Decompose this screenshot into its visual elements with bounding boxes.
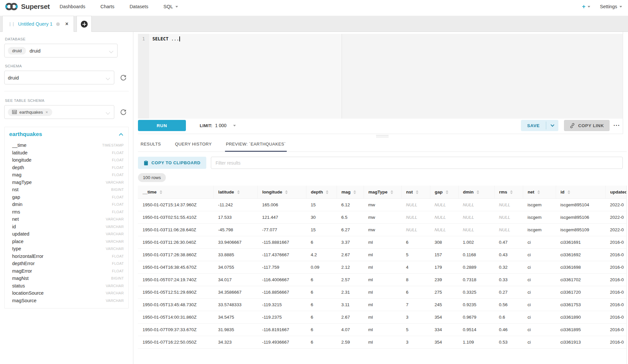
sort-icon[interactable]	[326, 190, 328, 194]
sort-icon[interactable]	[353, 190, 356, 194]
superset-logo[interactable]: Superset	[5, 2, 50, 11]
column-type: VARCHAR	[106, 217, 124, 221]
column-name: dmin	[12, 202, 22, 207]
column-header[interactable]: latitude	[213, 186, 258, 199]
run-button[interactable]: RUN	[138, 120, 186, 131]
sort-icon[interactable]	[510, 190, 513, 194]
table-cell: 179	[430, 261, 458, 274]
column-header-label: __time	[143, 190, 157, 194]
table-cell: 6.5	[337, 211, 364, 224]
column-header[interactable]: updated	[605, 186, 627, 199]
column-header[interactable]: longitude	[258, 186, 306, 199]
refresh-schemas-button[interactable]	[118, 72, 129, 83]
sort-icon[interactable]	[160, 190, 162, 194]
sql-editor[interactable]: 1 SELECT ...	[138, 34, 623, 119]
chevron-down-icon	[106, 110, 110, 115]
collapse-chevron-icon[interactable]	[119, 133, 123, 137]
nav-charts[interactable]: Charts	[101, 4, 115, 9]
table-cell: ci3361913	[556, 336, 605, 349]
database-select[interactable]: druid druid	[4, 44, 118, 57]
table-cell: -119.4936667	[258, 336, 306, 349]
table-cell: 0.7318	[458, 274, 494, 286]
column-header[interactable]: dmin	[458, 186, 494, 199]
column-header[interactable]: nst	[401, 186, 430, 199]
table-cell: 7	[401, 299, 430, 311]
more-options-button[interactable]: ...	[614, 123, 620, 128]
add-query-tab[interactable]	[77, 16, 92, 32]
table-cell: 275	[430, 286, 458, 299]
table-cell: ml	[364, 236, 401, 249]
settings-menu[interactable]: Settings	[600, 4, 622, 9]
save-button[interactable]: SAVE	[521, 120, 546, 131]
column-header[interactable]: __time	[138, 186, 213, 199]
table-cell: 0.9514	[458, 324, 494, 336]
column-header[interactable]: net	[523, 186, 556, 199]
table-cell: mw	[364, 211, 401, 224]
sidebar-divider	[4, 91, 129, 91]
drag-handle-icon[interactable]: ⋮⋮	[8, 22, 14, 27]
close-tab-icon[interactable]: ×	[65, 21, 68, 27]
table-cell: 6	[306, 311, 337, 324]
copy-to-clipboard-button[interactable]: COPY TO CLIPBOARD	[138, 157, 206, 169]
nav-datasets[interactable]: Datasets	[129, 4, 148, 9]
table-row: 1950-01-05T07:24:19.740Z34.017-116.40066…	[138, 274, 627, 286]
column-header[interactable]: mag	[337, 186, 364, 199]
nav-dashboards[interactable]: Dashboards	[59, 4, 85, 9]
table-select[interactable]: earthquakes ×	[4, 105, 114, 119]
pane-resize-handle[interactable]	[138, 134, 627, 138]
table-cell: 0.3325	[458, 286, 494, 299]
sort-icon[interactable]	[285, 190, 288, 194]
table-cell: 3.11	[337, 299, 364, 311]
filter-results-input[interactable]	[211, 157, 623, 169]
sort-icon[interactable]	[537, 190, 540, 194]
table-cell: ci	[523, 261, 556, 274]
table-cell: -45.798	[213, 224, 258, 236]
column-list: __timeTIMESTAMPlatitudeFLOATlongitudeFLO…	[9, 142, 124, 304]
column-header[interactable]: depth	[306, 186, 337, 199]
column-header[interactable]: id	[556, 186, 605, 199]
table-schema-header[interactable]: earthquakes	[9, 131, 124, 138]
column-type: VARCHAR	[106, 291, 124, 295]
chevron-down-icon	[550, 123, 554, 126]
sort-icon[interactable]	[446, 190, 448, 194]
save-options-button[interactable]	[546, 120, 558, 131]
column-header[interactable]: rms	[494, 186, 523, 199]
table-cell: 0.56	[494, 299, 523, 311]
table-cell: 1950-01-05T12:51:29.690Z	[138, 286, 213, 299]
tab-preview-earthquakes[interactable]: PREVIEW: `EARTHQUAKES`	[225, 138, 287, 152]
tab-query-history[interactable]: QUERY HISTORY	[174, 138, 213, 152]
refresh-icon	[120, 109, 127, 116]
column-header[interactable]: gap	[430, 186, 458, 199]
query-tab-active[interactable]: ⋮⋮ Untitled Query 1 ×	[2, 16, 74, 32]
column-header[interactable]: magType	[364, 186, 401, 199]
table-cell: 6	[306, 299, 337, 311]
editor-code-line[interactable]: SELECT ...	[149, 34, 180, 119]
nav-sql-menu[interactable]: SQL	[164, 4, 178, 9]
table-cell: 1950-01-03T17:26:38.860Z	[138, 249, 213, 261]
table-cell: 308	[430, 236, 458, 249]
table-cell: iscgem	[523, 224, 556, 236]
sort-icon[interactable]	[391, 190, 393, 194]
sort-icon[interactable]	[568, 190, 570, 194]
column-name: gap	[12, 194, 20, 200]
new-item-button[interactable]: +	[582, 3, 590, 10]
limit-dropdown[interactable]: LIMIT: 1 000	[200, 123, 236, 128]
table-cell: 2022-0	[605, 211, 627, 224]
sort-icon[interactable]	[477, 190, 479, 194]
table-cell: 1950-01-03T11:26:30.040Z	[138, 236, 213, 249]
column-header-label: latitude	[218, 190, 234, 194]
refresh-tables-button[interactable]	[118, 106, 129, 118]
add-tab-icon[interactable]	[81, 21, 88, 28]
schema-select[interactable]: druid	[4, 71, 114, 84]
table-cell: -119.3215	[258, 299, 306, 311]
sort-icon[interactable]	[237, 190, 240, 194]
table-cell: -119.2375	[258, 311, 306, 324]
table-cell: iscgem895109	[556, 224, 605, 236]
remove-table-icon[interactable]: ×	[46, 110, 48, 115]
table-cell: 30	[306, 211, 337, 224]
copy-link-button[interactable]: COPY LINK	[564, 120, 610, 131]
tab-results[interactable]: RESULTS	[140, 138, 162, 152]
sort-icon[interactable]	[416, 190, 418, 194]
save-split-button: SAVE	[521, 120, 558, 131]
column-header-label: mag	[342, 190, 351, 194]
